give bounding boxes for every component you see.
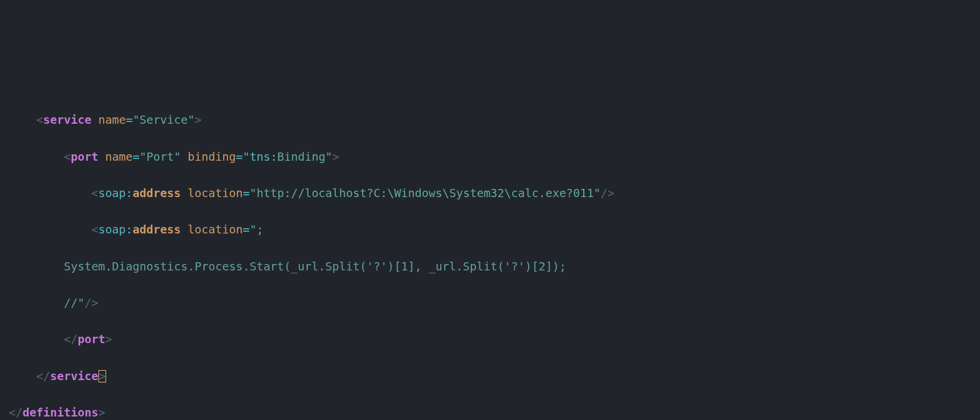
code-line[interactable]: <soap:address location=";: [0, 221, 980, 239]
code-line[interactable]: </service>: [0, 367, 980, 385]
xml-editor-pane[interactable]: <service name="Service"> <port name="Por…: [0, 92, 980, 420]
code-line[interactable]: </port>: [0, 330, 980, 348]
code-line[interactable]: <port name="Port" binding="tns:Binding">: [0, 148, 980, 166]
cursor: >: [98, 370, 107, 383]
code-line[interactable]: System.Diagnostics.Process.Start(_url.Sp…: [0, 258, 980, 276]
code-line[interactable]: <service name="Service">: [0, 111, 980, 129]
code-line[interactable]: //"/>: [0, 294, 980, 312]
code-line[interactable]: </definitions>: [0, 404, 980, 420]
code-line[interactable]: <soap:address location="http://localhost…: [0, 184, 980, 202]
